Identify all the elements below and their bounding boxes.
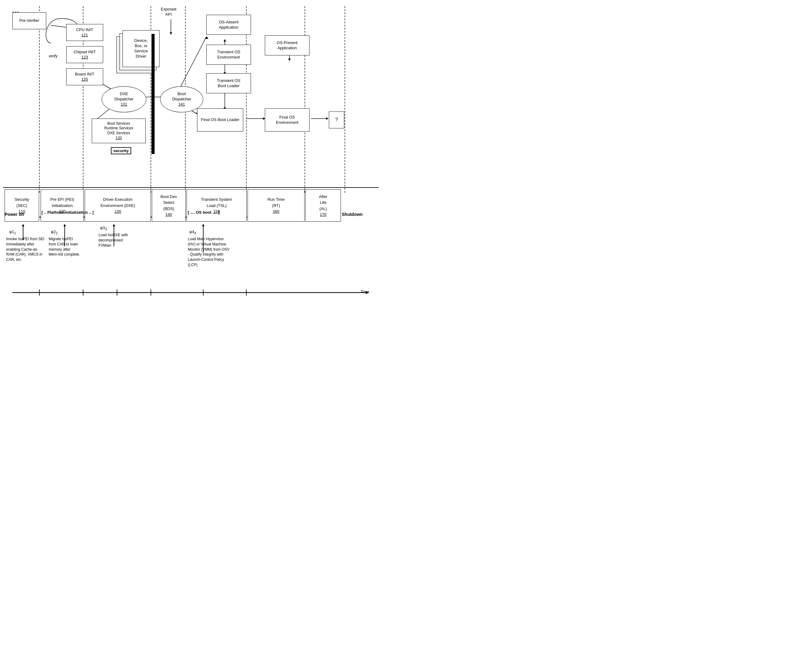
phase-al: AfterLife(AL) 170 xyxy=(306,189,341,222)
diagram-container: 111— Pre-Verifier CPU INIT 121 Chipset I… xyxy=(3,3,379,305)
phase-sec: Security(SEC) 110 xyxy=(5,189,39,222)
phase-dxe: Driver ExecutionEnvironment (DXE) 130 xyxy=(85,189,151,222)
security-box: security xyxy=(111,147,131,154)
dxe-dispatcher-ellipse: DXEDispatcher 131 xyxy=(102,86,146,112)
phi4-label: φ44 xyxy=(189,229,196,235)
final-os-env-box: Final OSEnvironment xyxy=(265,109,309,131)
phase-tsl: Transient SystemLoad (TSL) 150 xyxy=(187,189,247,222)
phase-pei: Pre EFI (PEI)Initialization 120 xyxy=(41,189,84,222)
svg-marker-61 xyxy=(170,32,172,35)
phi1-label: φ11 xyxy=(9,229,16,235)
svg-marker-43 xyxy=(113,224,115,226)
phi3-text: Load IsoDXE withdecompressedFVMain xyxy=(99,232,142,248)
phi2-text: Migrate IsoPEIfrom CAR to mainmemory aft… xyxy=(49,236,90,257)
board-init-box: Board INIT 125 xyxy=(66,68,103,85)
svg-marker-34 xyxy=(288,58,291,61)
boot-services-box: Boot ServicesRuntime ServicesDXE Service… xyxy=(92,118,146,143)
svg-marker-45 xyxy=(202,224,205,226)
svg-marker-39 xyxy=(22,224,24,226)
svg-marker-41 xyxy=(63,224,66,226)
phase-separator xyxy=(3,187,379,188)
svg-marker-21 xyxy=(224,39,226,42)
transient-os-env-box: Transient OSEnvironment xyxy=(206,45,251,65)
phi2-label: φ22 xyxy=(51,229,58,235)
phi4-text: Load Main Hypervisor(HV) or Virtual Mach… xyxy=(188,236,242,268)
svg-marker-36 xyxy=(326,117,328,120)
question-box: ? xyxy=(329,112,344,128)
thick-vbar-api xyxy=(151,34,155,154)
boot-dispatcher-ellipse: BootDispatcher 141 xyxy=(160,86,203,112)
os-boot-label: [ .... OS boot .... ] xyxy=(188,210,219,214)
os-present-app-box: OS-PresentApplication xyxy=(265,35,309,55)
shutdown-label: Shutdown xyxy=(342,212,363,217)
time-label: Time xyxy=(360,290,369,294)
os-absent-app-box: OS-AbsentApplication xyxy=(206,15,251,35)
svg-line-11 xyxy=(95,108,111,120)
svg-line-18 xyxy=(179,37,206,89)
svg-marker-19 xyxy=(205,36,208,39)
pre-verifier-box: Pre-Verifier xyxy=(12,12,46,29)
final-os-boot-loader-box: Final OS Boot Loader xyxy=(197,109,243,131)
verify-label: verify xyxy=(49,54,58,58)
platform-init-label: [ .. Platform initialization .. ] xyxy=(42,210,94,214)
phi3-label: φ33 xyxy=(100,225,107,231)
phase-bds: Boot DevSelect(BDS) 140 xyxy=(152,189,186,222)
exposed-api-label: ExposedAPI xyxy=(161,7,177,17)
phi1-text: Invoke IsoPEI from SEI immediately after… xyxy=(6,236,46,262)
power-on-label: Power on xyxy=(5,212,24,217)
cpu-init-box: CPU INIT 121 xyxy=(66,24,103,41)
transient-os-loader-box: Transient OSBoot Loader xyxy=(206,73,251,93)
chipset-init-box: Chipset INIT 123 xyxy=(66,46,103,63)
phase-rt: Run Time(RT) 160 xyxy=(248,189,304,222)
